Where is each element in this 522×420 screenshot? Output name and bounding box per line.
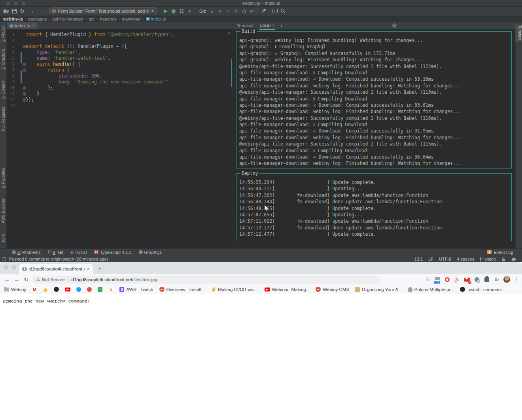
bookmark-item[interactable]: Webiny: [4, 287, 26, 292]
security-label[interactable]: Not Secure: [42, 277, 65, 282]
caret-position[interactable]: 13:1: [414, 257, 423, 261]
sync-icon[interactable]: ↻: [18, 8, 26, 15]
bookmark-item[interactable]: ▶Webinar: Making...: [265, 287, 310, 292]
bookmark-star-icon[interactable]: ☆: [424, 276, 431, 283]
bookmark-item[interactable]: `watch` comman...: [460, 287, 505, 292]
tool-window-button--commit[interactable]: 0: Commit: [1, 81, 6, 99]
unlock-icon[interactable]: [501, 257, 505, 261]
new-tab-button[interactable]: +: [98, 265, 102, 272]
git-branch-widget[interactable]: watch: [480, 257, 496, 261]
fold-marker-icon[interactable]: –: [23, 68, 26, 72]
extensions-puzzle-icon[interactable]: [484, 276, 490, 283]
run-with-coverage-button[interactable]: [178, 8, 185, 15]
forward-icon[interactable]: →: [38, 8, 45, 15]
browser-menu-icon[interactable]: ⋮: [514, 276, 519, 282]
browser-forward-icon[interactable]: →: [12, 276, 21, 283]
back-icon[interactable]: ←: [30, 8, 38, 15]
tool-window-button-pull-requests[interactable]: Pull Requests: [1, 107, 6, 131]
breadcrumb-item[interactable]: handlers: [100, 17, 117, 21]
line-ending[interactable]: LF: [428, 257, 433, 261]
fold-marker-icon[interactable]: –: [23, 86, 26, 90]
bookmark-item[interactable]: ☝Making CI/CD wor...: [211, 287, 258, 292]
history-icon[interactable]: ◷: [240, 8, 248, 15]
tool-window-button-aws-explorer[interactable]: AWS Explorer: [1, 199, 6, 223]
line-number[interactable]: 6: [7, 61, 15, 67]
hide-terminal-icon[interactable]: —: [506, 23, 514, 28]
breadcrumb-item[interactable]: webiny-js: [3, 17, 23, 21]
fold-marker-icon[interactable]: –: [23, 92, 26, 96]
playlist-extension-icon[interactable]: ≡♪: [494, 276, 500, 283]
browser-back-icon[interactable]: ←: [2, 276, 12, 283]
tool-window-button-todo[interactable]: ≡TODO: [70, 250, 87, 255]
breadcrumb-item[interactable]: src: [89, 17, 95, 21]
browser-reload-icon[interactable]: ↻: [21, 276, 31, 283]
address-bar[interactable]: ⚠ Not Secure d1hgd8csopkt4i.cloudfront.n…: [32, 276, 380, 284]
tool-window-button-graphql[interactable]: GraphQL: [139, 250, 162, 255]
fold-marker-icon[interactable]: –: [23, 45, 26, 48]
bookmark-item[interactable]: [54, 287, 59, 292]
fold-marker-icon[interactable]: –: [23, 62, 26, 66]
browser-minimize-button[interactable]: [12, 265, 16, 270]
tool-window-button-npm[interactable]: npm: [1, 234, 6, 242]
tool-window-button--project[interactable]: 1: Project: [1, 25, 6, 42]
tool-window-button-typescript-4.1.3[interactable]: TSTypeScript 4.1.3: [94, 250, 132, 255]
tool-window-button-terminal[interactable]: Terminal: [515, 24, 522, 42]
bookmark-item[interactable]: wOverview - Install...: [159, 287, 205, 292]
event-log-button[interactable]: Event Log: [487, 250, 522, 255]
line-number[interactable]: 5: [7, 55, 15, 61]
settings-wrench-icon[interactable]: [259, 8, 267, 15]
breadcrumb-item[interactable]: packages: [28, 17, 47, 21]
git-update-icon[interactable]: ↙: [208, 8, 216, 15]
inspections-profile-icon[interactable]: [511, 257, 516, 261]
bookmark-item[interactable]: ▶: [65, 288, 70, 291]
fold-marker-icon[interactable]: –: [23, 98, 26, 102]
git-rebase-icon[interactable]: ↯: [232, 8, 240, 15]
mail-extension-icon[interactable]: 5: [464, 276, 470, 283]
close-terminal-tab-icon[interactable]: ×: [272, 23, 274, 28]
bookmark-item[interactable]: wWebiny CMS: [316, 287, 349, 292]
search-person-extension-icon[interactable]: [474, 276, 480, 283]
bookmark-item[interactable]: Organizing Your A...: [355, 287, 402, 292]
breadcrumb-item[interactable]: api-file-manager: [52, 17, 83, 21]
close-tab-icon[interactable]: ×: [32, 23, 35, 28]
browser-close-button[interactable]: [4, 265, 8, 270]
rollback-icon[interactable]: ↩: [248, 8, 256, 15]
browser-tab[interactable]: d1hgd8csopkt4i.cloudfront.ne ×: [19, 264, 93, 274]
new-terminal-session-button[interactable]: +: [280, 23, 283, 29]
editor-tab-index-ts[interactable]: TS index.ts ×: [7, 22, 38, 29]
tool-window-button--favorites[interactable]: 2: Favorites: [1, 168, 6, 188]
line-number[interactable]: 4: [7, 49, 15, 55]
stop-button[interactable]: ■: [185, 8, 193, 15]
line-number[interactable]: 9: [7, 79, 15, 85]
bookmark-item[interactable]: [87, 287, 92, 292]
profile-avatar[interactable]: [503, 276, 510, 283]
bookmark-item[interactable]: [76, 287, 81, 292]
terminal-settings-gear-icon[interactable]: [390, 23, 398, 28]
close-browser-tab-icon[interactable]: ×: [87, 266, 90, 272]
breadcrumb-item[interactable]: download: [122, 17, 140, 21]
adblock-extension-icon[interactable]: [444, 276, 450, 283]
bookmark-item[interactable]: Pulumi Multiple pr...: [408, 287, 454, 292]
code-editor[interactable]: 1import { HandlerPlugin } from "@webiny/…: [7, 29, 233, 248]
tool-window-toggle-icon[interactable]: [2, 257, 6, 261]
status-message[interactable]: Pushed 6 commits to origin/watch (20 min…: [9, 257, 108, 261]
breadcrumb-item[interactable]: TSindex.ts: [146, 17, 166, 21]
line-number[interactable]: 12: [7, 97, 15, 103]
run-configuration-select[interactable]: Form Builder "Form" Test.should publish,…: [49, 8, 157, 14]
file-encoding[interactable]: UTF-8: [439, 257, 451, 261]
tool-window-button-6-problems[interactable]: i6: Problems: [12, 250, 41, 255]
line-number[interactable]: 7: [7, 67, 15, 73]
git-commit-icon[interactable]: ✔: [216, 8, 224, 15]
tool-window-button--structure[interactable]: 7: Structure: [1, 49, 6, 70]
cost-extension-icon[interactable]: 2.26: [434, 276, 441, 283]
bookmark-item[interactable]: +: [98, 287, 102, 292]
save-all-icon[interactable]: [10, 8, 18, 15]
line-number[interactable]: 3: [7, 44, 15, 49]
tool-window-button-9-git[interactable]: 9: Git: [48, 250, 63, 255]
bookmark-item[interactable]: M: [32, 287, 37, 292]
line-number[interactable]: 10: [7, 85, 15, 91]
line-number[interactable]: 1: [7, 32, 15, 38]
bookmark-item[interactable]: ▮AWS - Twitch: [119, 287, 153, 292]
indent-setting[interactable]: 4 spaces: [457, 257, 474, 261]
open-folder-icon[interactable]: [2, 8, 10, 15]
